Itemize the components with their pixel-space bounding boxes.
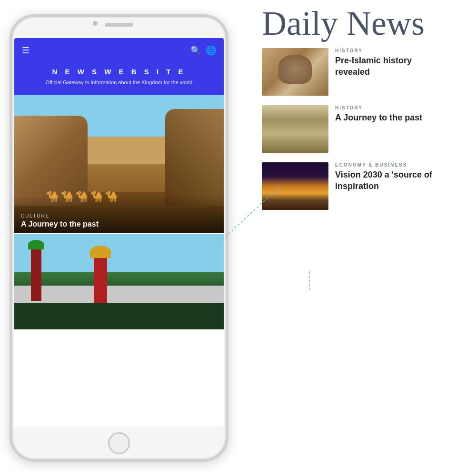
cliff-right — [165, 109, 224, 206]
news-text-1: HISTORY Pre-Islamic historyrevealed — [335, 48, 476, 78]
app-header: ☰ 🔍 🌐 — [14, 38, 224, 63]
news-text-3: ECONOMY & BUSINESS Vision 2030 a 'source… — [335, 162, 476, 192]
daily-news-title: Daily News — [262, 5, 476, 42]
featured-category: CULTURE — [21, 213, 217, 218]
kremlin-bg — [14, 234, 224, 329]
header-icons: 🔍 🌐 — [190, 45, 216, 56]
app-hero-section: N E W S W E B S I T E Official Gateway t… — [14, 63, 224, 95]
featured-card[interactable]: 🐪🐪🐪🐪🐪 CULTURE A Journey to the past — [14, 95, 224, 233]
featured-overlay: CULTURE A Journey to the past — [14, 195, 224, 233]
city-night-image — [262, 162, 328, 210]
search-icon[interactable]: 🔍 — [190, 45, 201, 56]
news-category-1: HISTORY — [335, 48, 476, 53]
news-headline-3: Vision 2030 a 'source ofinspiration — [335, 169, 476, 192]
news-thumb-1 — [262, 48, 328, 96]
news-list: HISTORY Pre-Islamic historyrevealed HIST… — [262, 48, 476, 210]
news-headline-2: A Journey to the past — [335, 112, 476, 123]
hamburger-icon[interactable]: ☰ — [22, 45, 30, 56]
second-card[interactable] — [14, 234, 224, 329]
phone-screen: ☰ 🔍 🌐 N E W S W E B S I T E Official Gat… — [14, 38, 224, 426]
kremlin-tower-mid — [94, 257, 107, 303]
news-item-3[interactable]: ECONOMY & BUSINESS Vision 2030 a 'source… — [262, 162, 476, 210]
right-panel: Daily News HISTORY Pre-Islamic historyre… — [257, 0, 476, 476]
app-hero-title: N E W S W E B S I T E — [24, 68, 214, 76]
phone-speaker — [105, 23, 133, 27]
app-hero-subtitle: Official Gateway to information about th… — [24, 79, 214, 87]
news-category-3: ECONOMY & BUSINESS — [335, 162, 476, 168]
news-text-2: HISTORY A Journey to the past — [335, 105, 476, 123]
news-item-1[interactable]: HISTORY Pre-Islamic historyrevealed — [262, 48, 476, 96]
news-headline-1: Pre-Islamic historyrevealed — [335, 55, 476, 78]
phone-camera — [93, 21, 98, 26]
ruins-image — [262, 105, 328, 153]
news-thumb-2 — [262, 105, 328, 153]
globe-icon[interactable]: 🌐 — [206, 45, 216, 56]
stone-face-image — [262, 48, 328, 96]
news-thumb-3 — [262, 162, 328, 210]
phone-mockup: ☰ 🔍 🌐 N E W S W E B S I T E Official Gat… — [10, 14, 228, 462]
kremlin-tower-left — [31, 248, 41, 301]
phone-home-button[interactable] — [108, 432, 130, 454]
kremlin-wall — [14, 286, 224, 303]
news-category-2: HISTORY — [335, 105, 476, 110]
news-item-2[interactable]: HISTORY A Journey to the past — [262, 105, 476, 153]
featured-headline: A Journey to the past — [21, 220, 217, 228]
